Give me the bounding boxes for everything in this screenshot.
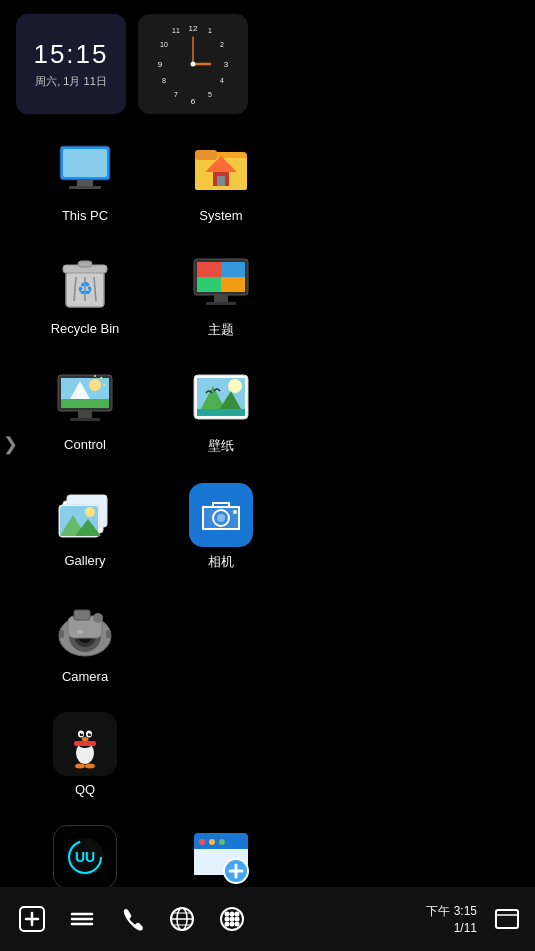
svg-text:11: 11 [172,27,180,34]
theme-icon [189,251,253,315]
svg-rect-16 [63,149,107,177]
taskbar-page-text: 1/11 [454,921,477,935]
camera-app-icon [189,483,253,547]
recycle-bin-label: Recycle Bin [51,321,120,336]
svg-point-89 [82,737,89,741]
app-control[interactable]: Control [20,359,150,463]
digital-clock-widget[interactable]: 15:15 周六, 1月 11日 [16,14,126,114]
svg-rect-49 [78,411,92,418]
analog-clock-face: 12 3 6 9 1 2 4 5 7 8 10 11 [148,19,238,109]
svg-rect-43 [61,399,109,408]
taskbar-window-button[interactable] [489,901,525,937]
icon-row-3: Gallery [0,469,535,585]
gallery-label: Gallery [64,553,105,568]
wallpaper-label: 壁纸 [208,437,234,455]
svg-rect-50 [70,418,100,421]
app-wallpaper[interactable]: 壁纸 [156,359,286,463]
analog-clock-widget[interactable]: 12 3 6 9 1 2 4 5 7 8 10 11 [138,14,248,114]
this-pc-icon [53,138,117,202]
svg-point-124 [235,922,240,927]
icon-row-2: Control [0,353,535,469]
theme-label: 主题 [208,321,234,339]
svg-text:3: 3 [224,60,229,69]
qq-icon [53,712,117,776]
svg-text:4: 4 [220,77,224,84]
svg-point-75 [93,613,103,623]
svg-point-117 [230,912,235,917]
taskbar: 下午 3:15 1/11 [0,887,535,951]
gallery-icon [53,483,117,547]
taskbar-add-button[interactable] [10,897,54,941]
taskbar-phone-button[interactable] [110,897,154,941]
svg-point-121 [235,917,240,922]
app-camera-app[interactable]: 相机 [156,475,286,579]
svg-rect-37 [197,277,221,292]
svg-rect-36 [221,262,245,277]
svg-point-90 [75,764,85,769]
taskbar-left [10,897,254,941]
camera-hw-icon [53,599,117,663]
svg-point-123 [230,922,235,927]
app-qq[interactable]: QQ [20,704,150,805]
qq-label: QQ [75,782,95,797]
taskbar-globe-button[interactable] [160,897,204,941]
this-pc-label: This PC [62,208,108,223]
control-icon [53,367,117,431]
svg-rect-17 [77,180,93,186]
svg-rect-21 [195,150,217,160]
svg-point-79 [77,630,83,634]
app-gallery[interactable]: Gallery [20,475,150,579]
digital-clock-time: 15:15 [33,39,108,70]
svg-point-88 [89,733,91,735]
taskbar-menu-button[interactable] [60,897,104,941]
svg-rect-55 [197,409,245,416]
app-recycle-bin[interactable]: ♻ Recycle Bin [20,243,150,347]
control-label: Control [64,437,106,452]
svg-rect-76 [74,610,90,620]
icon-row-0: This PC System [0,124,535,237]
svg-text:♻: ♻ [77,279,93,299]
app-this-pc[interactable]: This PC [20,130,150,231]
svg-rect-39 [214,295,228,302]
system-label: System [199,208,242,223]
app-camera-hw[interactable]: Camera [20,591,150,692]
svg-rect-28 [78,261,92,267]
desktop: 15:15 周六, 1月 11日 12 3 6 9 1 2 4 5 7 8 10… [0,0,535,887]
digital-clock-date: 周六, 1月 11日 [35,74,107,89]
svg-point-118 [235,912,240,917]
svg-rect-18 [69,186,101,189]
svg-point-116 [225,912,230,917]
uu-accel-icon: UU [53,825,117,889]
svg-text:12: 12 [189,24,198,33]
camera-hw-label: Camera [62,669,108,684]
svg-point-99 [219,839,225,845]
svg-text:6: 6 [191,97,196,106]
svg-rect-77 [59,630,64,638]
svg-text:10: 10 [160,41,168,48]
svg-rect-78 [106,630,111,638]
svg-rect-24 [217,176,225,186]
icon-row-5: QQ [0,698,535,811]
svg-text:8: 8 [162,77,166,84]
camera-app-label: 相机 [208,553,234,571]
system-icon [189,138,253,202]
svg-point-91 [85,764,95,769]
app-theme[interactable]: 主题 [156,243,286,347]
svg-text:5: 5 [208,91,212,98]
svg-rect-35 [197,262,221,277]
app-system[interactable]: System [156,130,286,231]
icon-grid: This PC System [0,114,535,927]
svg-point-56 [228,379,242,393]
svg-point-122 [225,922,230,927]
taskbar-time-text: 下午 3:15 [426,903,477,920]
add-app-icon [189,825,253,889]
recycle-bin-icon: ♻ [53,251,117,315]
svg-point-67 [217,514,225,522]
svg-text:9: 9 [158,60,163,69]
page-chevron[interactable]: ❯ [0,424,20,464]
widgets-row: 15:15 周六, 1月 11日 12 3 6 9 1 2 4 5 7 8 10… [0,0,535,114]
taskbar-time: 下午 3:15 1/11 [426,903,477,935]
svg-text:1: 1 [208,27,212,34]
taskbar-apps-button[interactable] [210,897,254,941]
svg-point-119 [225,917,230,922]
